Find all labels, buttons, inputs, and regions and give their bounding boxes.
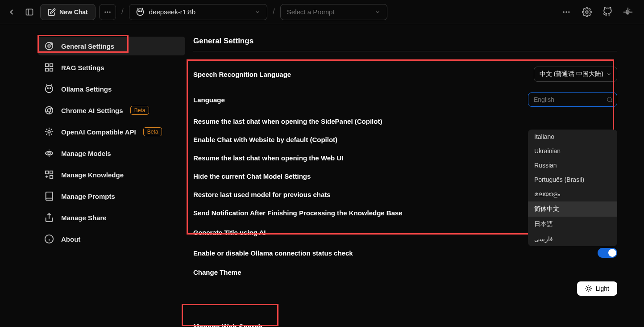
model-name: deepseek-r1:8b <box>149 8 195 16</box>
setting-label: Resume the last chat when opening the We… <box>193 154 343 162</box>
sidebar-item-chrome-ai[interactable]: Chrome AI Settings Beta <box>38 101 185 120</box>
rag-icon <box>44 63 54 72</box>
edit-icon <box>48 8 56 16</box>
knowledge-icon <box>44 170 54 180</box>
language-option-ukrainian[interactable]: Ukrainian <box>528 144 617 158</box>
sidebar-item-manage-models[interactable]: Manage Models <box>38 144 185 163</box>
language-option-japanese[interactable]: 日本語 <box>528 217 617 232</box>
sidebar-item-rag-settings[interactable]: RAG Settings <box>38 58 185 77</box>
svg-line-48 <box>586 290 586 291</box>
sidebar-item-openai-api[interactable]: OpenAI Compatible API Beta <box>38 122 185 141</box>
chrome-icon <box>44 105 54 115</box>
sidebar-item-label: OpenAI Compatible API <box>61 128 136 136</box>
sidebar-item-label: General Settings <box>61 42 114 50</box>
svg-point-22 <box>50 88 51 88</box>
sidebar-item-label: Manage Prompts <box>61 193 115 200</box>
setting-label: Change Theme <box>193 268 241 276</box>
language-search-input[interactable] <box>528 92 617 107</box>
svg-line-49 <box>590 286 591 287</box>
language-option-simplified-chinese[interactable]: 简体中文 简体中文 <box>528 201 617 217</box>
setting-label: Enable Chat with Website by default (Cop… <box>193 136 337 143</box>
light-btn-label: Light <box>596 285 609 292</box>
settings-cog-button[interactable] <box>621 5 635 19</box>
speech-language-selector[interactable]: 中文 (普通话 中国大陆) <box>534 67 617 82</box>
svg-rect-17 <box>50 64 53 67</box>
sidebar-item-manage-prompts[interactable]: Manage Prompts <box>38 187 185 205</box>
more-menu-button[interactable] <box>99 4 116 20</box>
svg-point-29 <box>48 152 50 155</box>
svg-rect-0 <box>26 9 33 15</box>
prompts-icon <box>44 191 54 201</box>
sidebar-item-manage-share[interactable]: Manage Share <box>38 208 185 227</box>
page-title: General Settings <box>193 37 617 46</box>
svg-rect-32 <box>50 176 53 178</box>
top-bar-right <box>559 5 640 19</box>
beta-badge: Beta <box>143 127 162 136</box>
openai-icon <box>44 127 54 137</box>
sidebar-item-ollama-settings[interactable]: Ollama Settings <box>38 80 185 98</box>
svg-point-5 <box>137 8 143 15</box>
about-icon <box>44 234 54 244</box>
new-chat-button[interactable]: New Chat <box>40 4 96 20</box>
language-dropdown-menu: Italiano Ukrainian Russian Português (Br… <box>528 130 617 246</box>
sidebar-item-manage-knowledge[interactable]: Manage Knowledge <box>38 165 185 184</box>
setting-row-light: Light <box>193 281 617 301</box>
svg-point-6 <box>138 11 140 12</box>
language-search-wrap <box>528 92 617 107</box>
sidebar-item-general-settings[interactable]: General Settings <box>38 37 185 55</box>
svg-point-2 <box>104 11 106 13</box>
search-icon <box>607 96 613 103</box>
sidebar: General Settings RAG Settings Ollama Set… <box>0 24 185 327</box>
language-option-farsi[interactable]: فارسی <box>528 232 617 246</box>
speech-lang-value: 中文 (普通话 中国大陆) <box>540 70 603 78</box>
breadcrumb-separator: / <box>271 7 277 17</box>
svg-rect-30 <box>46 171 48 174</box>
general-settings-icon <box>44 41 54 51</box>
sidebar-item-about[interactable]: About <box>38 230 185 248</box>
settings-gear-button[interactable] <box>580 5 594 19</box>
sidebar-item-label: Manage Share <box>61 214 107 222</box>
language-option-italiano[interactable]: Italiano <box>528 130 617 144</box>
share-icon <box>44 213 54 222</box>
divider <box>193 51 617 51</box>
prompt-placeholder: Select a Prompt <box>287 8 335 16</box>
setting-label: Send Notification After Finishing Proces… <box>193 209 403 217</box>
ollama-check-toggle[interactable] <box>598 248 617 258</box>
svg-rect-18 <box>46 68 48 71</box>
svg-rect-16 <box>46 64 48 67</box>
language-option-portuguese[interactable]: Português (Brasil) <box>528 172 617 187</box>
github-button[interactable] <box>600 5 615 19</box>
chevron-down-icon <box>374 9 381 15</box>
setting-row-change-theme: Change Theme <box>193 263 617 281</box>
light-theme-button[interactable]: Light <box>577 281 617 296</box>
model-selector[interactable]: deepseek-r1:8b <box>129 4 267 20</box>
web-search-title: Manage Web Search <box>193 323 617 327</box>
models-icon <box>44 148 54 158</box>
language-option-malayalam[interactable]: മലയാളം <box>528 187 617 201</box>
svg-point-39 <box>607 97 611 101</box>
svg-point-9 <box>565 11 567 13</box>
svg-point-21 <box>47 88 48 88</box>
svg-point-14 <box>48 45 50 47</box>
svg-point-41 <box>587 287 590 290</box>
svg-line-44 <box>586 286 586 287</box>
back-button[interactable] <box>4 5 19 19</box>
svg-rect-31 <box>50 171 53 174</box>
prompt-selector[interactable]: Select a Prompt <box>280 4 387 20</box>
sidebar-item-label: About <box>61 235 80 243</box>
svg-line-45 <box>590 290 591 291</box>
svg-point-10 <box>568 11 569 13</box>
sidebar-item-label: Chrome AI Settings <box>61 107 123 114</box>
setting-label: Speech Recognition Language <box>193 71 291 78</box>
language-option-russian[interactable]: Russian <box>528 158 617 172</box>
svg-rect-19 <box>50 68 53 71</box>
ollama-icon <box>44 84 54 94</box>
svg-line-40 <box>611 101 612 102</box>
breadcrumb-separator: / <box>120 7 125 17</box>
setting-label: Language <box>193 96 225 104</box>
setting-label: Restore last used model for previous cha… <box>193 191 331 198</box>
svg-point-8 <box>563 11 565 13</box>
more-dots-button[interactable] <box>559 5 573 19</box>
svg-point-3 <box>107 11 108 13</box>
panel-toggle-button[interactable] <box>22 5 37 19</box>
